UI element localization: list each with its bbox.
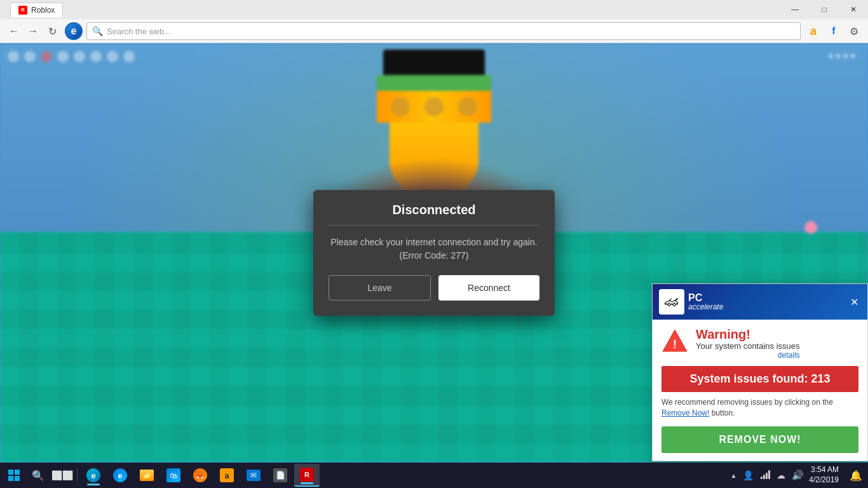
pca-issues-banner: System issues found: 213 xyxy=(661,366,858,392)
start-button[interactable] xyxy=(3,464,25,487)
pca-warning-icon: ! xyxy=(661,327,688,354)
search-taskbar-icon: 🔍 xyxy=(32,470,44,482)
pca-warning-subtitle: Your system contains issues xyxy=(696,341,800,351)
pca-remove-now-link[interactable]: Remove Now! xyxy=(661,409,709,417)
system-tray-expand-icon[interactable]: ▲ xyxy=(729,470,738,482)
search-icon: 🔍 xyxy=(92,26,103,36)
taskbar-roblox-icon[interactable]: R xyxy=(294,464,320,487)
pca-warning-text: Warning! Your system contains issues det… xyxy=(696,327,800,360)
pca-recommend-text: We recommend removing issues by clicking… xyxy=(661,397,858,419)
ie-settings-icon[interactable]: ⚙ xyxy=(845,22,863,40)
svg-rect-5 xyxy=(768,470,770,479)
ie-browser-icon: e xyxy=(86,468,100,482)
amazon-icon: a xyxy=(220,468,234,482)
modal-title: Disconnected xyxy=(329,203,539,226)
taskbar: 🔍 ⬜⬜ e e 📁 🛍 🦊 a ✉ xyxy=(0,463,868,488)
tab-title: Roblox xyxy=(31,6,55,15)
pca-remove-now-button[interactable]: REMOVE NOW! xyxy=(661,426,858,453)
volume-icon[interactable]: 🔊 xyxy=(790,468,805,482)
svg-rect-2 xyxy=(761,477,763,479)
taskbar-edge-icon[interactable]: e xyxy=(107,464,133,487)
taskbar-search-button[interactable]: 🔍 xyxy=(27,464,50,487)
taskbar-pinned-apps: e e 📁 🛍 🦊 a ✉ 📄 R xyxy=(81,464,320,487)
browser-chrome: R Roblox — □ ✕ ← → ↻ e 🔍 Search the web.… xyxy=(0,0,868,43)
pca-warning-title: Warning! xyxy=(696,327,800,341)
taskbar-notes-icon[interactable]: 📄 xyxy=(268,464,293,487)
leave-button[interactable]: Leave xyxy=(329,275,431,301)
taskbar-time: 3:54 AM xyxy=(809,465,839,475)
browser-title-bar: R Roblox — □ ✕ xyxy=(0,0,868,19)
mail-icon: ✉ xyxy=(247,470,261,481)
pca-logo-icon: 🏎 xyxy=(659,289,684,315)
speedometer-icon: 🏎 xyxy=(665,294,679,310)
pca-recommend-prefix: We recommend removing issues by clicking… xyxy=(661,398,833,407)
taskbar-date: 4/2/2019 xyxy=(809,475,839,485)
edge-browser-icon: e xyxy=(113,468,127,482)
notes-icon: 📄 xyxy=(273,468,287,482)
nav-forward-button[interactable]: → xyxy=(24,22,42,40)
taskbar-ie-icon[interactable]: e xyxy=(81,464,106,487)
pca-close-button[interactable]: ✕ xyxy=(848,296,861,308)
disconnected-modal: Disconnected Please check your internet … xyxy=(313,190,555,316)
modal-message-text: Please check your internet connection an… xyxy=(330,237,537,261)
pca-header: 🏎 PC accelerate ✕ xyxy=(653,284,867,320)
taskbar-mail-icon[interactable]: ✉ xyxy=(241,464,266,487)
modal-message: Please check your internet connection an… xyxy=(329,236,539,262)
pca-logo: 🏎 PC accelerate xyxy=(659,289,723,315)
pca-logo-text: PC accelerate xyxy=(688,293,723,311)
amazon-toolbar-icon[interactable]: a xyxy=(804,22,822,40)
browser-tab-roblox[interactable]: R Roblox xyxy=(10,3,63,17)
close-button[interactable]: ✕ xyxy=(839,0,868,19)
facebook-toolbar-icon[interactable]: f xyxy=(825,22,843,40)
warning-triangle-svg: ! xyxy=(661,327,688,354)
pca-body: ! Warning! Your system contains issues d… xyxy=(653,320,867,461)
people-icon[interactable]: 👤 xyxy=(742,469,755,482)
toolbar-right: a f ⚙ xyxy=(804,22,863,40)
system-tray-icons: 👤 ☁ 🔊 xyxy=(742,468,805,482)
address-bar-text: Search the web... xyxy=(107,27,171,36)
network-icon[interactable] xyxy=(759,469,771,482)
taskbar-file-explorer-icon[interactable]: 📁 xyxy=(134,464,159,487)
firefox-browser-icon: 🦊 xyxy=(193,468,207,482)
taskbar-separator-1 xyxy=(77,468,78,483)
pca-accelerate-text: accelerate xyxy=(688,303,723,311)
windows-store-icon: 🛍 xyxy=(166,468,180,482)
nav-buttons: ← → ↻ xyxy=(5,22,61,40)
address-bar[interactable]: 🔍 Search the web... xyxy=(86,22,801,40)
browser-toolbar: ← → ↻ e 🔍 Search the web... a f ⚙ xyxy=(0,19,868,43)
ie-logo-icon: e xyxy=(65,22,83,40)
pca-warning-row: ! Warning! Your system contains issues d… xyxy=(661,327,858,360)
pca-recommend-suffix: button. xyxy=(709,409,735,417)
pca-popup: 🏎 PC accelerate ✕ ! Warning! Your system… xyxy=(652,283,868,461)
minimize-button[interactable]: — xyxy=(780,0,810,19)
nav-refresh-button[interactable]: ↻ xyxy=(43,22,61,40)
taskbar-firefox-icon[interactable]: 🦊 xyxy=(187,464,213,487)
task-view-button[interactable]: ⬜⬜ xyxy=(51,464,74,487)
svg-rect-3 xyxy=(763,475,765,479)
svg-rect-4 xyxy=(766,473,768,479)
pca-pc-text: PC xyxy=(688,293,723,303)
reconnect-button[interactable]: Reconnect xyxy=(438,275,539,301)
taskbar-clock[interactable]: 3:54 AM 4/2/2019 xyxy=(809,465,839,485)
taskbar-system-tray: ▲ 👤 ☁ 🔊 3:54 AM 4/2/2019 🔔 xyxy=(729,464,865,487)
pca-details-link[interactable]: details xyxy=(778,351,800,360)
task-view-icon: ⬜⬜ xyxy=(51,470,73,480)
modal-buttons: Leave Reconnect xyxy=(329,275,539,301)
taskbar-notification-button[interactable]: 🔔 xyxy=(846,464,865,487)
roblox-icon: R xyxy=(300,468,314,482)
taskbar-store-icon[interactable]: 🛍 xyxy=(161,464,186,487)
file-explorer-icon: 📁 xyxy=(140,470,154,481)
cloud-icon[interactable]: ☁ xyxy=(775,469,787,482)
title-bar-left: R Roblox xyxy=(5,3,63,17)
taskbar-amazon-icon[interactable]: a xyxy=(214,464,240,487)
nav-back-button[interactable]: ← xyxy=(5,22,23,40)
notification-icon: 🔔 xyxy=(850,470,862,482)
maximize-button[interactable]: □ xyxy=(810,0,839,19)
windows-logo-icon xyxy=(8,470,20,481)
svg-text:!: ! xyxy=(673,338,677,351)
roblox-favicon: R xyxy=(18,6,27,15)
window-controls: — □ ✕ xyxy=(780,0,868,19)
